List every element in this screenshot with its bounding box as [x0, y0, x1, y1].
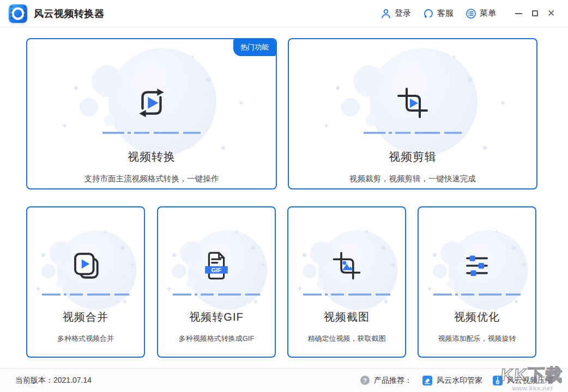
stacked-videos-icon [70, 250, 101, 281]
app-logo-icon [9, 4, 27, 23]
zip-file-icon [492, 375, 503, 386]
card-subtitle: 视频添加配乐，视频旋转 [438, 334, 516, 344]
card-video-to-gif[interactable]: +++ GIF 视频转GIF 多种视频格式转换成GIF [157, 206, 276, 358]
app-title: 风云视频转换器 [34, 7, 105, 20]
card-title: 视频转换 [128, 149, 176, 164]
crop-play-icon [395, 85, 430, 121]
dashed-underline [42, 293, 129, 296]
dashed-underline [433, 293, 521, 296]
recommend-label: 产品推荐： [374, 376, 412, 385]
customer-service-button[interactable]: 客服 [423, 8, 454, 19]
card-video-screenshot[interactable]: +++ 视频截图 精确定位视频，获取截图 [287, 206, 406, 358]
login-button[interactable]: 登录 [380, 8, 411, 19]
card-title: 视频合并 [63, 310, 108, 324]
circled-list-menu-icon [466, 8, 476, 19]
card-video-convert[interactable]: +++ 热门功能 视频转换 支持市面主流视频格式转换，一键操作 [26, 38, 277, 189]
minimize-button[interactable] [510, 5, 527, 22]
card-video-edit[interactable]: +++ 视频剪辑 视频裁剪，视频剪辑，一键快速完成 [288, 38, 537, 189]
card-title: 视频剪辑 [389, 149, 437, 164]
card-subtitle: 多种格式视频合并 [57, 334, 114, 344]
card-subtitle: 精确定位视频，获取截图 [308, 334, 386, 344]
headset-icon [423, 8, 434, 19]
product-link-video-compress[interactable]: 风云视频压缩 [492, 375, 553, 386]
card-subtitle: 支持市面主流视频格式转换，一键操作 [84, 174, 219, 184]
product-link-watermark-manager[interactable]: 风云水印管家 [422, 375, 482, 386]
dashed-underline [173, 293, 260, 296]
product-label: 风云视频压缩 [507, 376, 553, 385]
gif-file-icon: GIF [201, 250, 232, 281]
dashed-underline [303, 293, 390, 296]
card-title: 视频截图 [324, 310, 370, 324]
version-label: 当前版本：2021.07.14 [15, 376, 92, 385]
convert-loop-play-icon [134, 85, 170, 121]
card-video-optimize[interactable]: +++ 视频优化 视频添加配乐，视频旋转 [418, 206, 536, 358]
maximize-icon [532, 10, 538, 16]
customer-service-label: 客服 [437, 8, 454, 19]
maximize-button[interactable] [527, 5, 543, 22]
card-title: 视频优化 [454, 310, 500, 324]
card-video-merge[interactable]: +++ 视频合并 多种格式视频合并 [26, 206, 145, 358]
dashed-underline [364, 132, 462, 134]
card-title: 视频转GIF [189, 310, 243, 324]
title-bar: 风云视频转换器 登录 客服 [0, 0, 568, 27]
sliders-icon [461, 250, 493, 281]
menu-button[interactable]: 菜单 [466, 8, 496, 19]
hot-feature-badge: 热门功能 [233, 39, 276, 56]
close-icon: ✕ [547, 9, 555, 18]
card-subtitle: 多种视频格式转换成GIF [179, 334, 255, 344]
watermark-eraser-icon [422, 375, 433, 386]
status-bar: 当前版本：2021.07.14 ? 产品推荐： 风云水印管家 风云视频压缩 [0, 368, 568, 392]
crop-image-icon [331, 250, 362, 281]
help-icon: ? [360, 376, 370, 385]
user-icon [380, 8, 391, 19]
minimize-icon [515, 13, 522, 14]
login-label: 登录 [395, 8, 411, 19]
card-subtitle: 视频裁剪，视频剪辑，一键快速完成 [349, 174, 476, 184]
close-button[interactable]: ✕ [543, 5, 559, 22]
product-label: 风云水印管家 [437, 376, 482, 385]
gif-banner-label: GIF [212, 267, 222, 273]
menu-label: 菜单 [480, 8, 496, 19]
dashed-underline [102, 132, 201, 134]
